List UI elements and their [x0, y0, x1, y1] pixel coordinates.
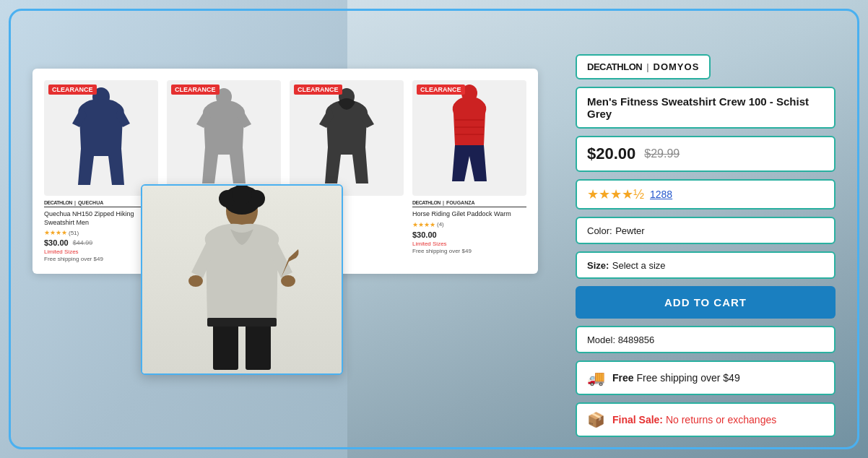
star-row-4: ★★★★ (4) — [412, 221, 526, 228]
logo-domyos: DOMYOS — [654, 61, 700, 72]
product-image-1 — [44, 80, 158, 196]
final-sale-text: Final Sale: No returns or exchanges — [612, 414, 776, 425]
product-title: Men's Fitness Sweatshirt Crew 100 - Schi… — [587, 95, 824, 120]
shipping-box: 🚚 Free Free shipping over $49 — [576, 360, 836, 395]
product-name-4: Horse Riding Gilet Paddock Warm — [412, 210, 526, 219]
product-image-3 — [290, 80, 404, 196]
price-current: $20.00 — [587, 144, 635, 163]
svg-rect-16 — [246, 319, 271, 370]
svg-point-14 — [281, 275, 295, 287]
brand-logo-box: DECATHLON | DOMYOS — [576, 54, 711, 79]
color-box: Color: Pewter — [576, 217, 836, 244]
shipping-text: Free Free shipping over $49 — [612, 372, 740, 384]
clearance-badge-2: CLEARANCE — [171, 85, 220, 95]
featured-product-image — [142, 186, 342, 373]
price-original: $29.99 — [644, 147, 680, 160]
final-sale-desc: No returns or exchanges — [666, 414, 776, 425]
svg-rect-17 — [207, 318, 277, 327]
shipping-icon: 🚚 — [587, 369, 605, 386]
size-select-text[interactable]: Select a size — [612, 260, 666, 271]
svg-rect-15 — [213, 319, 238, 370]
main-container: CLEARANCE DECATHLON | QUECHUA Quechua NH… — [9, 9, 859, 449]
color-label: Color: — [587, 225, 612, 236]
product-brand-4: DECATHLON | FOUGANZA — [412, 200, 526, 207]
logo-separator: | — [646, 61, 648, 72]
size-box[interactable]: Size: Select a size — [576, 251, 836, 279]
add-to-cart-button[interactable]: ADD TO CART — [576, 286, 836, 319]
price-box: $20.00 $29.99 — [576, 136, 836, 172]
model-box: Model: 8489856 — [576, 326, 836, 353]
logo-decathlon: DECATHLON — [587, 61, 642, 72]
product-title-box: Men's Fitness Sweatshirt Crew 100 - Schi… — [576, 87, 836, 129]
rating-stars: ★★★★½ — [587, 186, 644, 202]
svg-point-13 — [188, 275, 203, 287]
price-row-4: $30.00 — [412, 230, 526, 239]
product-image-4 — [412, 80, 526, 196]
clearance-badge-4: CLEARANCE — [417, 85, 465, 95]
sale-icon: 📦 — [587, 411, 605, 428]
featured-product-overlay[interactable] — [141, 184, 343, 375]
product-image-2 — [167, 80, 281, 196]
color-value: Pewter — [615, 225, 644, 236]
rating-count[interactable]: 1288 — [650, 189, 672, 200]
final-sale-box: 📦 Final Sale: No returns or exchanges — [576, 402, 836, 437]
limited-sizes-4: Limited Sizes — [412, 241, 526, 247]
model-number: Model: 8489856 — [587, 334, 654, 345]
size-label: Size: — [587, 260, 609, 271]
clearance-badge-1: CLEARANCE — [48, 85, 97, 95]
product-detail-panel: DECATHLON | DOMYOS Men's Fitness Sweatsh… — [576, 54, 836, 437]
product-card-4[interactable]: CLEARANCE DECATHLON | FOUGANZA Horse Rid… — [412, 80, 526, 262]
final-sale-label: Final Sale: — [612, 414, 663, 425]
clearance-badge-3: CLEARANCE — [294, 85, 342, 95]
rating-box: ★★★★½ 1288 — [576, 179, 836, 209]
free-shipping-4: Free shipping over $49 — [412, 248, 526, 254]
